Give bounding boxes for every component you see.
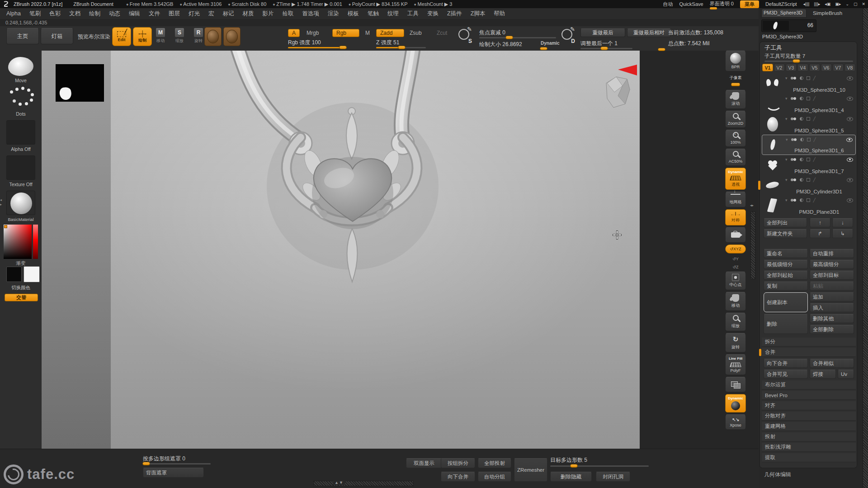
- auto-group-button[interactable]: 自动分组: [478, 472, 511, 482]
- shelf-icon-button[interactable]: 对称: [725, 209, 746, 225]
- window-button-icon[interactable]: ◂||||: [803, 2, 810, 6]
- color-picker-hue-strip[interactable]: [33, 225, 38, 259]
- frame-toggle-icon[interactable]: [807, 158, 810, 161]
- all-to-start-button[interactable]: 全部到起始: [764, 271, 808, 280]
- menu-item[interactable]: 动态: [109, 10, 120, 18]
- shelf-icon-button[interactable]: Line Fill PolyF: [725, 354, 746, 375]
- frame-toggle-icon[interactable]: [807, 76, 810, 80]
- window-button-icon[interactable]: ||||▸: [814, 2, 820, 6]
- sculpt-toggle-icon[interactable]: [813, 117, 816, 121]
- canvas-region[interactable]: [42, 51, 640, 449]
- canvas-hscrollbar[interactable]: [313, 481, 414, 486]
- density-icon[interactable]: D: [561, 27, 576, 45]
- subtool-row[interactable]: PM3D_Sphere3D1_5: [762, 114, 856, 135]
- section-boolean[interactable]: 布尔运算: [762, 380, 856, 389]
- shelf-divider-toggle[interactable]: ◂▸: [0, 198, 5, 207]
- subtool-row[interactable]: PM3D_Sphere3D1_6: [762, 135, 856, 155]
- stroke-swatch-dots[interactable]: [6, 86, 35, 109]
- merge-similar-button[interactable]: 合并相似: [810, 359, 854, 368]
- draw-button[interactable]: -┼- 绘制: [133, 27, 152, 46]
- shade-toggle-icon[interactable]: [800, 198, 803, 202]
- shade-toggle-icon[interactable]: [800, 158, 803, 161]
- zcut-button[interactable]: Zcut: [433, 29, 451, 37]
- section-scatter-align[interactable]: 分散对齐: [762, 412, 856, 421]
- auto-reorder-button[interactable]: 自动重排: [810, 249, 854, 258]
- ui-opacity-slider[interactable]: 界面透明 0: [710, 0, 734, 8]
- menu-item[interactable]: 笔触: [368, 10, 379, 18]
- shade-toggle-icon[interactable]: [800, 76, 803, 80]
- menu-button[interactable]: 菜单: [740, 0, 759, 8]
- version-tab[interactable]: V8: [844, 64, 855, 71]
- shelf-icon-button[interactable]: BPR: [725, 51, 746, 71]
- menu-item[interactable]: 拾取: [282, 10, 293, 18]
- all-to-target-button[interactable]: 全部到目标: [810, 271, 854, 280]
- shelf-icon-button[interactable]: AC50%: [725, 149, 746, 166]
- window-button-icon[interactable]: ▣▸: [835, 2, 841, 6]
- stroke-icon[interactable]: S: [458, 27, 473, 45]
- menu-item[interactable]: 材质: [242, 10, 254, 18]
- m-button[interactable]: M: [362, 29, 373, 37]
- subtool-row[interactable]: PM3D_Plane3D1: [762, 196, 856, 216]
- canvas-vscroll-arrows[interactable]: ◂▸: [750, 203, 754, 207]
- alpha-swatch[interactable]: [6, 120, 35, 145]
- window-button-icon[interactable]: ◂▣: [825, 2, 830, 6]
- version-tab[interactable]: V4: [797, 64, 808, 71]
- chevron-down-icon[interactable]: [785, 117, 788, 121]
- chevron-down-icon[interactable]: [785, 96, 788, 101]
- merge-down-bottom-button[interactable]: 向下合并: [441, 472, 475, 482]
- menu-item[interactable]: 色彩: [49, 10, 61, 18]
- section-remesh[interactable]: 重建网格: [762, 422, 856, 431]
- menu-item[interactable]: 绘制: [89, 10, 100, 18]
- zsub-button[interactable]: Zsub: [406, 29, 425, 37]
- backface-mask-button[interactable]: 背面遮罩: [143, 468, 204, 478]
- menu-item[interactable]: 工具: [407, 10, 419, 18]
- subtool-visible-count-slider[interactable]: [764, 61, 853, 62]
- version-tab[interactable]: V6: [821, 64, 832, 71]
- paste-button[interactable]: 粘贴: [810, 282, 854, 291]
- visibility-eye-icon[interactable]: [847, 76, 853, 80]
- shelf-icon-button[interactable]: 滚动: [725, 90, 746, 109]
- auto-label[interactable]: 自动: [663, 1, 673, 8]
- visibility-eye-icon[interactable]: [847, 97, 853, 101]
- move-out-folder-button[interactable]: ↱: [810, 229, 830, 238]
- material-swatch[interactable]: [6, 191, 35, 215]
- main-color-swatch[interactable]: [6, 267, 22, 282]
- canvas-vscrollbar[interactable]: [750, 211, 755, 279]
- target-poly-slider[interactable]: [550, 465, 649, 467]
- shelf-icon-button[interactable]: 缩放: [725, 313, 746, 331]
- subtool-row[interactable]: PM3D_Sphere3D1_4: [762, 94, 856, 114]
- tab-current-tool[interactable]: PM3D_Sphere3D: [761, 9, 807, 18]
- menu-item[interactable]: 宏: [208, 10, 214, 18]
- section-align[interactable]: 对齐: [762, 401, 856, 410]
- color-picker[interactable]: [4, 225, 38, 259]
- menu-item[interactable]: 渲染: [328, 10, 339, 18]
- sculpt-toggle-icon[interactable]: [813, 76, 816, 80]
- menu-item[interactable]: 笔刷: [29, 10, 41, 18]
- window-button-icon[interactable]: ✕: [862, 2, 865, 6]
- version-tab[interactable]: V1: [762, 64, 773, 71]
- tool-preview[interactable]: 66: [761, 19, 816, 32]
- sculpt-toggle-icon[interactable]: [813, 198, 816, 202]
- paint-toggle-icon[interactable]: [791, 178, 797, 181]
- rgb-button[interactable]: Rgb: [332, 29, 359, 37]
- shelf-icon-button[interactable]: 地网格: [725, 192, 746, 207]
- shelf-icon-button[interactable]: 移动: [725, 292, 746, 311]
- stroke-swatch-move[interactable]: [6, 56, 35, 77]
- dynamic-label[interactable]: Dynamic: [541, 41, 560, 46]
- version-tab[interactable]: V3: [786, 64, 797, 71]
- shelf-icon-button[interactable]: Dynamic 透视: [725, 168, 746, 190]
- rgb-intensity-slider[interactable]: [288, 47, 347, 48]
- section-relief-projection[interactable]: 投影浅浮雕: [762, 443, 856, 452]
- merge-down-button[interactable]: 向下合并: [764, 359, 808, 368]
- material-sphere-button[interactable]: [223, 27, 241, 46]
- menu-item[interactable]: 模板: [348, 10, 359, 18]
- visibility-eye-icon[interactable]: [847, 117, 853, 121]
- shelf-icon-button[interactable]: 子像素: [725, 73, 746, 88]
- menu-item[interactable]: 帮助: [494, 10, 505, 18]
- draw-size-slider-handle[interactable]: [540, 47, 547, 50]
- subtool-row[interactable]: PM3D_Cylinder3D1: [762, 175, 856, 196]
- menu-item[interactable]: 影片: [262, 10, 274, 18]
- chevron-down-icon[interactable]: [786, 137, 788, 142]
- preview-boolean-button[interactable]: 预览布尔渲染: [78, 33, 110, 41]
- paint-toggle-icon[interactable]: [791, 158, 797, 161]
